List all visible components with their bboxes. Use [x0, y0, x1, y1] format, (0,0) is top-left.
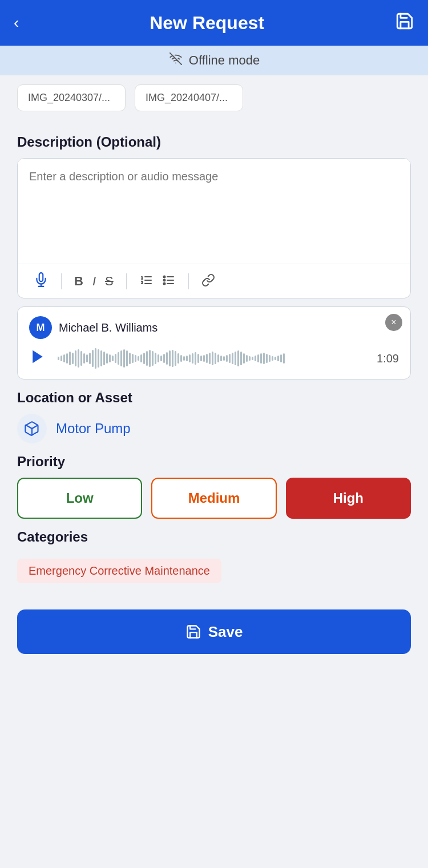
description-box: B I S	[17, 158, 411, 298]
link-button[interactable]	[197, 273, 220, 289]
waveform	[58, 347, 365, 370]
categories-label: Categories	[17, 529, 411, 545]
audio-player-row: 1:09	[29, 347, 399, 370]
image-thumbs-row: IMG_20240307/... IMG_20240407/...	[0, 75, 428, 118]
priority-medium-button[interactable]: Medium	[151, 478, 276, 519]
offline-icon	[168, 53, 183, 68]
svg-point-10	[163, 279, 165, 281]
image-thumb-1[interactable]: IMG_20240307/...	[17, 84, 126, 111]
unordered-list-button[interactable]	[158, 273, 180, 289]
offline-banner: Offline mode	[0, 46, 428, 75]
image-thumb-2[interactable]: IMG_20240407/...	[135, 84, 243, 111]
page-title: New Request	[150, 13, 264, 34]
ordered-list-button[interactable]	[135, 273, 158, 289]
svg-point-9	[163, 276, 165, 277]
header: ‹ New Request	[0, 0, 428, 46]
header-save-icon[interactable]	[395, 11, 414, 35]
strikethrough-button[interactable]: S	[100, 275, 118, 288]
toolbar-divider-1	[61, 273, 62, 289]
save-button[interactable]: Save	[17, 609, 411, 654]
priority-label: Priority	[17, 454, 411, 470]
bold-button[interactable]: B	[70, 275, 88, 288]
audio-username: Michael B. Williams	[59, 321, 158, 334]
svg-marker-12	[33, 350, 43, 364]
save-bar: Save	[0, 600, 428, 665]
avatar: M	[29, 316, 52, 339]
toolbar-divider-2	[126, 273, 127, 289]
offline-text: Offline mode	[189, 53, 260, 68]
save-button-label: Save	[208, 623, 243, 641]
audio-time: 1:09	[373, 352, 399, 365]
audio-close-button[interactable]: ×	[385, 314, 402, 331]
priority-low-button[interactable]: Low	[17, 478, 142, 519]
back-button[interactable]: ‹	[14, 14, 19, 32]
mic-button[interactable]	[29, 271, 53, 291]
play-button[interactable]	[29, 348, 50, 369]
asset-icon	[17, 414, 47, 443]
toolbar-divider-3	[188, 273, 189, 289]
audio-user-row: M Michael B. Williams	[29, 316, 399, 339]
asset-row: Motor Pump	[17, 414, 411, 443]
priority-high-button[interactable]: High	[286, 478, 411, 519]
asset-name: Motor Pump	[56, 421, 131, 437]
svg-point-11	[163, 282, 165, 284]
priority-row: Low Medium High	[17, 478, 411, 519]
location-label: Location or Asset	[17, 390, 411, 406]
audio-card: × M Michael B. Williams 1:09	[17, 306, 411, 380]
main-content: Description (Optional) B I S	[0, 118, 428, 583]
description-toolbar: B I S	[18, 264, 410, 298]
description-input[interactable]	[18, 159, 410, 261]
description-label: Description (Optional)	[17, 134, 411, 150]
category-tag[interactable]: Emergency Corrective Maintenance	[17, 559, 221, 583]
italic-button[interactable]: I	[88, 275, 100, 288]
